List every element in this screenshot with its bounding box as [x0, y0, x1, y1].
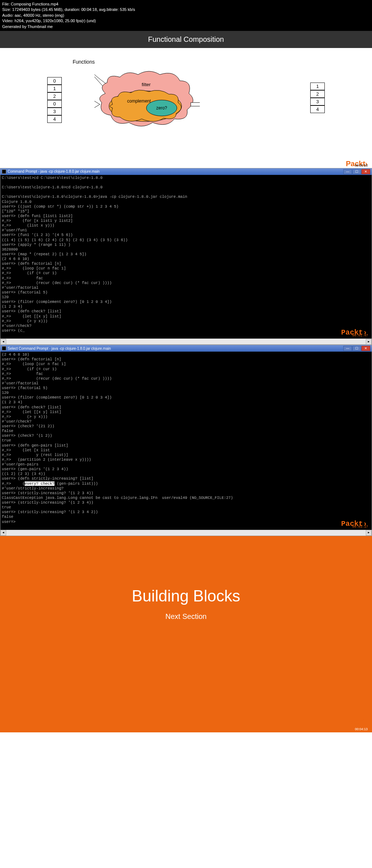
input-cell: 0 [47, 100, 62, 108]
window-title: Command Prompt - java -cp clojure-1.8.0.… [8, 169, 100, 173]
scroll-left-icon[interactable]: ◄ [0, 530, 6, 536]
meta-file: File: Composing Functions.mp4 [2, 1, 370, 7]
terminal-window-1: Command Prompt - java -cp clojure-1.8.0.… [0, 168, 372, 345]
terminal-window-2: Select Command Prompt - java -cp clojure… [0, 345, 372, 536]
close-button[interactable]: ✕ [361, 346, 370, 351]
slide-heading: Building Blocks [0, 587, 372, 605]
window-titlebar[interactable]: Command Prompt - java -cp clojure-1.8.0.… [0, 168, 372, 175]
cloud-diagram: filter complement zero? [94, 68, 200, 135]
diagram-panel: Functions 0 1 2 0 3 4 1 2 3 4 filter com… [0, 48, 372, 168]
timestamp: 00:03:17 [352, 525, 368, 529]
scroll-left-icon[interactable]: ◄ [0, 339, 6, 345]
meta-audio: Audio: aac, 48000 Hz, stereo (eng) [2, 13, 370, 18]
maximize-button[interactable]: ☐ [352, 169, 361, 174]
cloud-svg: filter complement zero? [94, 68, 200, 133]
slide-subheading: Next Section [0, 612, 372, 621]
input-table: 0 1 2 0 3 4 [47, 77, 62, 123]
timestamp: 00:04:13 [355, 727, 368, 731]
terminal-output[interactable]: (2 4 6 8 10) user=> (defn factorial [n] … [0, 352, 372, 530]
output-table: 1 2 3 4 [310, 83, 325, 113]
input-cell: 0 [47, 77, 62, 85]
minimize-button[interactable]: — [343, 169, 352, 174]
terminal-output[interactable]: C:\Users\test>cd C:\Users\test\clojure-1… [0, 175, 372, 339]
scroll-right-icon[interactable]: ► [366, 530, 372, 536]
output-cell: 2 [310, 90, 325, 98]
filter-label: filter [142, 82, 151, 87]
scroll-right-icon[interactable]: ► [366, 339, 372, 345]
input-cell: 3 [47, 108, 62, 115]
output-cell: 3 [310, 98, 325, 105]
packt-logo: Packt [346, 717, 368, 726]
selected-text: every? check? [25, 481, 54, 486]
horizontal-scrollbar[interactable]: ◄ ► [0, 339, 372, 344]
meta-size: Size: 17249403 bytes (16.45 MiB), durati… [2, 7, 370, 12]
horizontal-scrollbar[interactable]: ◄ ► [0, 530, 372, 536]
timestamp: 00:01:47 [352, 334, 368, 338]
window-titlebar[interactable]: Select Command Prompt - java -cp clojure… [0, 345, 372, 352]
zero-label: zero? [156, 105, 167, 111]
cmd-icon [2, 346, 6, 351]
meta-generated: Generated by Thumbnail me [2, 24, 370, 29]
input-cell: 2 [47, 92, 62, 100]
functions-label: Functions [73, 59, 95, 65]
next-section-slide: Building Blocks Next Section Packt 00:04… [0, 536, 372, 732]
close-button[interactable]: ✕ [361, 169, 370, 174]
window-title: Select Command Prompt - java -cp clojure… [8, 347, 111, 351]
meta-video: Video: h264, yuv420p, 1920x1080, 25.00 f… [2, 18, 370, 24]
timestamp: 00:00:53 [355, 164, 368, 167]
cmd-icon [2, 169, 6, 174]
output-cell: 4 [310, 105, 325, 113]
slide-title: Functional Composition [0, 31, 372, 48]
input-cell: 4 [47, 115, 62, 123]
input-cell: 1 [47, 85, 62, 92]
media-metadata: File: Composing Functions.mp4 Size: 1724… [0, 0, 372, 31]
minimize-button[interactable]: — [343, 346, 352, 351]
maximize-button[interactable]: ☐ [352, 346, 361, 351]
complement-label: complement [127, 99, 151, 104]
output-cell: 1 [310, 83, 325, 90]
